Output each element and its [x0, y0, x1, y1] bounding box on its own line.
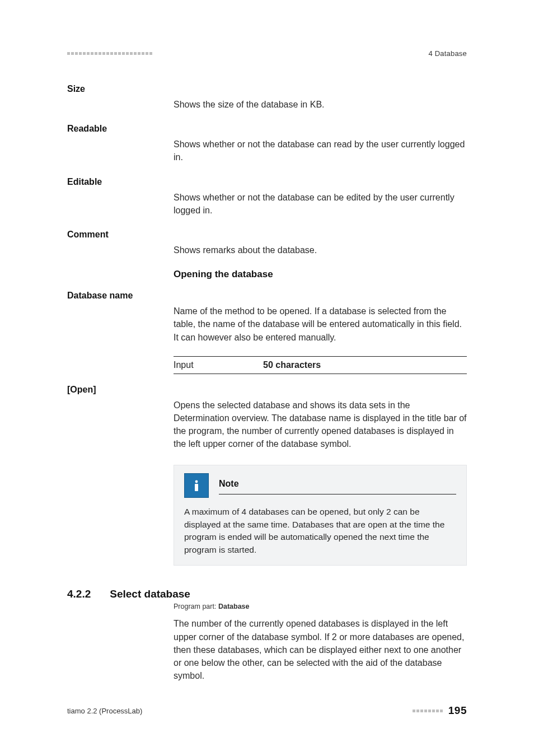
footer-ornament: [413, 710, 443, 712]
info-icon: [184, 473, 209, 498]
section-4-2-2-para: The number of the currently opened datab…: [174, 617, 467, 682]
svg-point-0: [195, 480, 198, 483]
def-database-name: Name of the method to be opened. If a da…: [174, 305, 467, 344]
def-editable: Shows whether or not the database can be…: [174, 191, 467, 217]
note-box: Note A maximum of 4 databases can be ope…: [174, 465, 467, 566]
note-body: A maximum of 4 databases can be opened, …: [184, 506, 456, 556]
note-title: Note: [219, 477, 456, 490]
term-editable: Editable: [67, 176, 174, 187]
section-number: 4.2.2: [67, 588, 91, 600]
program-part-value: Database: [218, 603, 250, 610]
input-value: 50 characters: [263, 360, 321, 370]
header-ornament: [67, 52, 152, 55]
input-constraint-row: Input 50 characters: [174, 356, 467, 374]
def-open: Opens the selected database and shows it…: [174, 399, 467, 451]
page-header: 4 Database: [67, 49, 467, 58]
page-footer: tiamo 2.2 (ProcessLab) 195: [67, 704, 467, 717]
page-number: 195: [448, 704, 467, 717]
def-size: Shows the size of the database in KB.: [174, 98, 467, 111]
input-label: Input: [174, 360, 263, 370]
svg-rect-1: [195, 484, 198, 491]
def-readable: Shows whether or not the database can re…: [174, 138, 467, 164]
program-part-label: Program part:: [174, 603, 216, 610]
term-size: Size: [67, 83, 174, 94]
term-database-name: Database name: [67, 290, 174, 301]
section-4-2-2-heading: 4.2.2 Select database: [67, 588, 467, 600]
section-title: Select database: [110, 588, 190, 600]
term-comment: Comment: [67, 229, 174, 240]
header-chapter: 4 Database: [429, 49, 467, 58]
footer-product: tiamo 2.2 (ProcessLab): [67, 707, 142, 715]
program-part: Program part: Database: [174, 603, 467, 610]
term-open: [Open]: [67, 384, 174, 395]
def-comment: Shows remarks about the database.: [174, 244, 467, 256]
term-readable: Readable: [67, 123, 174, 134]
subhead-opening-database: Opening the database: [174, 269, 467, 280]
